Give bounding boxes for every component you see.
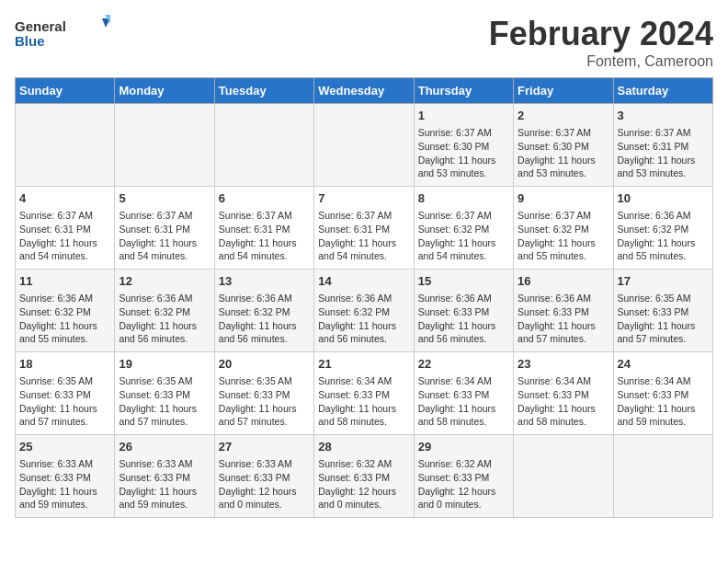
- cell-info-line: Sunset: 6:32 PM: [518, 223, 609, 236]
- cell-info-line: Daylight: 11 hours: [19, 236, 110, 250]
- cell-info-line: and 56 minutes.: [219, 332, 310, 346]
- weekday-header-tuesday: Tuesday: [214, 78, 313, 104]
- weekday-header-wednesday: Wednesday: [314, 78, 414, 104]
- day-number: 2: [518, 108, 609, 124]
- cell-info-line: Sunset: 6:32 PM: [19, 305, 110, 319]
- calendar-cell: 24Sunrise: 6:34 AMSunset: 6:33 PMDayligh…: [613, 352, 712, 435]
- cell-info-line: and 54 minutes.: [318, 249, 409, 263]
- weekday-header-saturday: Saturday: [613, 78, 712, 104]
- cell-info-line: Daylight: 11 hours: [318, 319, 409, 333]
- cell-info-line: Daylight: 11 hours: [19, 319, 110, 333]
- cell-info-line: Daylight: 11 hours: [618, 154, 709, 167]
- day-number: 19: [119, 356, 210, 373]
- cell-info-line: Sunset: 6:33 PM: [518, 305, 609, 319]
- cell-info-line: Sunrise: 6:36 AM: [19, 292, 110, 305]
- cell-info-line: Sunrise: 6:33 AM: [219, 457, 310, 471]
- calendar-cell: 17Sunrise: 6:35 AMSunset: 6:33 PMDayligh…: [613, 270, 712, 352]
- calendar-cell: 13Sunrise: 6:36 AMSunset: 6:32 PMDayligh…: [214, 270, 313, 352]
- calendar-cell: 14Sunrise: 6:36 AMSunset: 6:32 PMDayligh…: [314, 270, 414, 352]
- cell-info-line: Daylight: 11 hours: [119, 319, 210, 333]
- cell-info-line: Daylight: 12 hours: [418, 485, 509, 499]
- day-number: 25: [19, 439, 110, 455]
- cell-info-line: Daylight: 11 hours: [418, 236, 509, 250]
- week-row-2: 4Sunrise: 6:37 AMSunset: 6:31 PMDaylight…: [16, 187, 713, 270]
- calendar-cell: [514, 435, 613, 518]
- calendar-cell: 3Sunrise: 6:37 AMSunset: 6:31 PMDaylight…: [613, 104, 712, 187]
- day-number: 17: [618, 273, 709, 290]
- cell-info-line: Sunset: 6:33 PM: [119, 388, 210, 402]
- calendar-cell: 5Sunrise: 6:37 AMSunset: 6:31 PMDaylight…: [115, 187, 214, 270]
- cell-info-line: and 59 minutes.: [19, 498, 110, 511]
- cell-info-line: and 58 minutes.: [518, 415, 609, 429]
- cell-info-line: and 54 minutes.: [418, 249, 509, 263]
- cell-info-line: Sunset: 6:33 PM: [518, 388, 609, 402]
- cell-info-line: Sunrise: 6:37 AM: [618, 126, 709, 140]
- cell-info-line: Daylight: 11 hours: [219, 402, 310, 416]
- week-row-5: 25Sunrise: 6:33 AMSunset: 6:33 PMDayligh…: [16, 435, 713, 518]
- cell-info-line: Daylight: 11 hours: [219, 319, 310, 333]
- cell-info-line: Daylight: 11 hours: [318, 236, 409, 250]
- cell-info-line: and 57 minutes.: [119, 415, 210, 429]
- cell-info-line: and 57 minutes.: [19, 415, 110, 429]
- cell-info-line: Sunrise: 6:34 AM: [418, 374, 509, 388]
- cell-info-line: Daylight: 11 hours: [418, 402, 509, 416]
- day-number: 11: [19, 273, 110, 290]
- day-number: 8: [418, 190, 509, 207]
- title-area: February 2024 Fontem, Cameroon: [489, 15, 713, 70]
- cell-info-line: Daylight: 11 hours: [618, 319, 709, 333]
- cell-info-line: Sunset: 6:33 PM: [19, 471, 110, 485]
- day-number: 21: [318, 356, 409, 373]
- calendar-cell: 11Sunrise: 6:36 AMSunset: 6:32 PMDayligh…: [16, 270, 115, 352]
- weekday-header-sunday: Sunday: [16, 78, 115, 104]
- cell-info-line: Sunset: 6:30 PM: [518, 140, 609, 154]
- day-number: 16: [518, 273, 609, 290]
- calendar-cell: 2Sunrise: 6:37 AMSunset: 6:30 PMDaylight…: [514, 104, 613, 187]
- cell-info-line: and 54 minutes.: [119, 249, 210, 263]
- calendar-cell: 16Sunrise: 6:36 AMSunset: 6:33 PMDayligh…: [514, 270, 613, 352]
- day-number: 4: [19, 190, 110, 207]
- calendar-cell: 10Sunrise: 6:36 AMSunset: 6:32 PMDayligh…: [613, 187, 712, 270]
- calendar-cell: 22Sunrise: 6:34 AMSunset: 6:33 PMDayligh…: [414, 352, 513, 435]
- cell-info-line: Sunset: 6:33 PM: [219, 471, 310, 485]
- cell-info-line: and 59 minutes.: [119, 498, 210, 511]
- cell-info-line: Sunrise: 6:37 AM: [19, 209, 110, 223]
- calendar-cell: 27Sunrise: 6:33 AMSunset: 6:33 PMDayligh…: [214, 435, 313, 518]
- cell-info-line: Sunset: 6:33 PM: [219, 388, 310, 402]
- location-title: Fontem, Cameroon: [489, 53, 713, 70]
- calendar-cell: 15Sunrise: 6:36 AMSunset: 6:33 PMDayligh…: [414, 270, 513, 352]
- cell-info-line: Sunset: 6:32 PM: [119, 305, 210, 319]
- calendar-cell: 29Sunrise: 6:32 AMSunset: 6:33 PMDayligh…: [414, 435, 513, 518]
- calendar-cell: 7Sunrise: 6:37 AMSunset: 6:31 PMDaylight…: [314, 187, 414, 270]
- weekday-header-thursday: Thursday: [414, 78, 513, 104]
- cell-info-line: and 56 minutes.: [418, 332, 509, 346]
- cell-info-line: Sunset: 6:33 PM: [618, 388, 709, 402]
- cell-info-line: Sunset: 6:33 PM: [418, 388, 509, 402]
- calendar-cell: 4Sunrise: 6:37 AMSunset: 6:31 PMDaylight…: [16, 187, 115, 270]
- cell-info-line: Sunrise: 6:37 AM: [418, 126, 509, 140]
- cell-info-line: Daylight: 11 hours: [618, 402, 709, 416]
- cell-info-line: Sunset: 6:32 PM: [219, 305, 310, 319]
- day-number: 20: [219, 356, 310, 373]
- cell-info-line: Sunrise: 6:37 AM: [318, 209, 409, 223]
- cell-info-line: and 57 minutes.: [219, 415, 310, 429]
- page-header: General Blue February 2024 Fontem, Camer…: [15, 15, 713, 70]
- cell-info-line: Sunrise: 6:36 AM: [618, 209, 709, 223]
- calendar-cell: 19Sunrise: 6:35 AMSunset: 6:33 PMDayligh…: [115, 352, 214, 435]
- cell-info-line: Daylight: 11 hours: [119, 485, 210, 499]
- cell-info-line: Sunrise: 6:34 AM: [618, 374, 709, 388]
- cell-info-line: Sunset: 6:33 PM: [19, 388, 110, 402]
- day-number: 18: [19, 356, 110, 373]
- cell-info-line: Sunrise: 6:35 AM: [119, 374, 210, 388]
- calendar-cell: 20Sunrise: 6:35 AMSunset: 6:33 PMDayligh…: [214, 352, 313, 435]
- calendar-cell: 23Sunrise: 6:34 AMSunset: 6:33 PMDayligh…: [514, 352, 613, 435]
- cell-info-line: Sunset: 6:31 PM: [119, 223, 210, 236]
- cell-info-line: and 54 minutes.: [19, 249, 110, 263]
- day-number: 27: [219, 439, 310, 455]
- cell-info-line: Sunset: 6:31 PM: [219, 223, 310, 236]
- cell-info-line: Sunset: 6:31 PM: [618, 140, 709, 154]
- cell-info-line: Sunset: 6:32 PM: [618, 223, 709, 236]
- cell-info-line: and 53 minutes.: [418, 167, 509, 180]
- calendar-cell: [613, 435, 712, 518]
- cell-info-line: Daylight: 12 hours: [219, 485, 310, 499]
- calendar-cell: 21Sunrise: 6:34 AMSunset: 6:33 PMDayligh…: [314, 352, 414, 435]
